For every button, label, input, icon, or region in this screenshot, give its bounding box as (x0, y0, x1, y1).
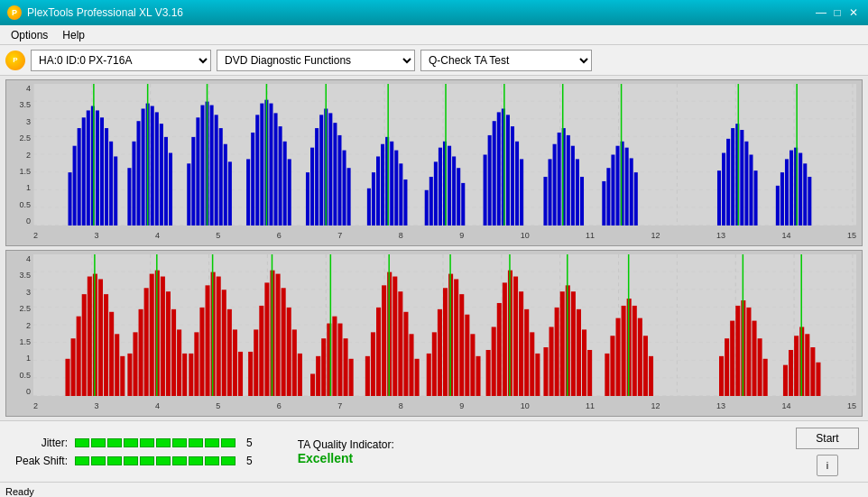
svg-rect-169 (127, 354, 132, 396)
svg-rect-258 (622, 306, 626, 396)
svg-rect-263 (649, 356, 653, 396)
svg-rect-84 (429, 177, 433, 225)
menu-options[interactable]: Options (4, 27, 55, 43)
svg-rect-23 (96, 110, 99, 225)
peakshift-value: 5 (246, 455, 253, 467)
top-chart-inner (33, 84, 856, 225)
top-chart-x-axis: 23456789101112131415 (33, 227, 856, 244)
svg-rect-21 (87, 110, 90, 225)
title-bar-left: P PlexTools Professional XL V3.16 (7, 5, 183, 20)
jitter-bar-4 (124, 438, 138, 447)
svg-rect-104 (549, 159, 552, 225)
svg-rect-236 (497, 303, 502, 396)
test-select[interactable]: Q-Check TA Test (420, 50, 592, 71)
svg-rect-64 (315, 128, 319, 225)
svg-rect-252 (582, 329, 586, 396)
svg-rect-192 (248, 352, 253, 396)
svg-rect-190 (238, 352, 243, 396)
peakshift-bar-8 (189, 456, 203, 465)
svg-rect-240 (519, 291, 523, 396)
svg-rect-266 (725, 338, 729, 396)
menu-help[interactable]: Help (55, 27, 92, 43)
svg-rect-270 (746, 308, 751, 396)
svg-rect-53 (255, 115, 259, 225)
svg-rect-237 (503, 282, 507, 396)
svg-rect-59 (283, 142, 287, 225)
svg-rect-76 (381, 144, 384, 225)
svg-rect-159 (77, 317, 81, 396)
peakshift-bar-10 (221, 456, 235, 465)
svg-rect-248 (560, 291, 565, 396)
jitter-row: Jitter: 5 (9, 437, 253, 449)
svg-rect-63 (310, 148, 314, 225)
svg-rect-74 (372, 172, 375, 225)
svg-rect-34 (151, 106, 154, 225)
svg-rect-45 (210, 106, 214, 225)
svg-rect-90 (457, 168, 460, 225)
svg-rect-224 (432, 332, 437, 396)
svg-rect-217 (392, 277, 397, 396)
svg-rect-36 (160, 124, 163, 225)
top-chart-svg (33, 84, 856, 225)
svg-rect-226 (443, 288, 448, 396)
bottom-chart-inner (33, 254, 856, 396)
peakshift-row: Peak Shift: 5 (9, 455, 253, 467)
function-select[interactable]: DVD Diagnostic Functions (217, 50, 415, 71)
svg-rect-280 (810, 347, 815, 396)
svg-rect-62 (306, 172, 309, 225)
svg-rect-241 (524, 309, 529, 396)
svg-rect-24 (100, 117, 104, 225)
svg-rect-275 (783, 365, 788, 396)
svg-rect-181 (189, 354, 193, 396)
title-bar: P PlexTools Professional XL V3.16 — □ ✕ (0, 0, 868, 25)
svg-rect-220 (409, 334, 413, 396)
svg-rect-161 (88, 277, 92, 396)
svg-rect-184 (206, 285, 210, 396)
svg-rect-193 (254, 329, 258, 396)
svg-rect-179 (182, 354, 187, 396)
svg-rect-235 (492, 327, 496, 396)
svg-rect-116 (615, 146, 619, 225)
svg-rect-279 (805, 334, 809, 396)
jitter-bar-10 (221, 438, 235, 447)
peakshift-bar-9 (205, 456, 219, 465)
svg-rect-135 (790, 151, 793, 225)
svg-rect-133 (780, 172, 784, 225)
svg-rect-204 (316, 356, 320, 396)
charts-area: 43.532.521.510.50 (0, 76, 868, 420)
svg-rect-56 (269, 104, 272, 225)
close-button[interactable]: ✕ (846, 5, 861, 20)
svg-rect-165 (109, 312, 114, 396)
svg-rect-177 (171, 309, 176, 396)
maximize-button[interactable]: □ (830, 5, 845, 20)
svg-rect-281 (816, 363, 820, 396)
svg-rect-75 (376, 156, 380, 225)
svg-rect-25 (105, 128, 108, 225)
svg-rect-20 (82, 117, 86, 225)
svg-rect-103 (543, 177, 547, 225)
svg-rect-265 (719, 356, 724, 396)
svg-rect-119 (630, 158, 633, 225)
jitter-bar-3 (107, 438, 122, 447)
svg-rect-113 (602, 181, 605, 225)
svg-rect-83 (425, 190, 429, 225)
svg-rect-58 (279, 126, 282, 225)
svg-rect-89 (452, 156, 456, 225)
svg-rect-73 (367, 189, 371, 225)
svg-rect-51 (246, 159, 250, 225)
svg-rect-57 (274, 113, 278, 225)
svg-rect-187 (222, 290, 226, 396)
svg-rect-166 (115, 334, 119, 396)
info-button[interactable]: i (817, 455, 838, 476)
svg-rect-40 (187, 163, 190, 225)
start-btn-area: Start i (796, 428, 859, 476)
ta-quality-label: TA Quality Indicator: (298, 438, 394, 451)
svg-rect-105 (553, 144, 557, 225)
drive-select[interactable]: HA:0 ID:0 PX-716A (31, 50, 211, 71)
start-button[interactable]: Start (796, 428, 859, 449)
svg-rect-80 (399, 163, 402, 225)
svg-rect-229 (459, 294, 464, 396)
peakshift-bar-7 (172, 456, 187, 465)
svg-rect-128 (744, 142, 748, 225)
minimize-button[interactable]: — (814, 5, 828, 20)
